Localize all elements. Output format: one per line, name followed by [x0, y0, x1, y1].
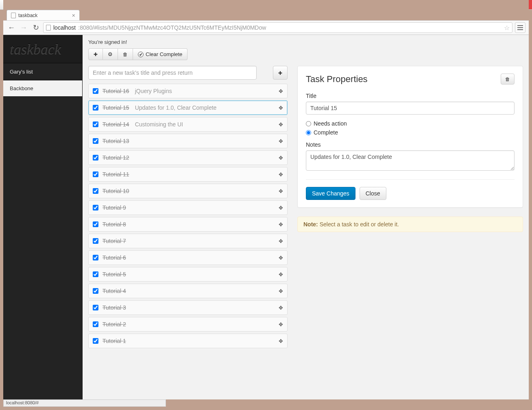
status-complete-radio[interactable] [306, 130, 311, 135]
task-row[interactable]: Tutorial 4 [88, 284, 288, 298]
move-icon[interactable] [279, 154, 283, 161]
status-needs-action-row[interactable]: Needs action [306, 120, 515, 127]
task-row[interactable]: Tutorial 16jQuery Plugins [88, 84, 288, 98]
task-title: Tutorial 15 [102, 104, 129, 111]
task-checkbox[interactable] [93, 105, 98, 111]
task-checkbox[interactable] [93, 288, 98, 294]
task-checkbox[interactable] [93, 255, 98, 260]
task-title: Tutorial 8 [102, 221, 126, 228]
delete-task-button[interactable] [501, 74, 515, 85]
move-icon[interactable] [279, 138, 283, 144]
title-input[interactable] [306, 102, 515, 115]
move-icon[interactable] [279, 204, 283, 211]
task-row[interactable]: Tutorial 5 [88, 267, 288, 282]
note-body: Select a task to edit or delete it. [318, 221, 399, 228]
task-row[interactable]: Tutorial 12 [88, 150, 288, 165]
note-prefix: Note: [303, 221, 318, 228]
app-logo: taskback [3, 35, 82, 63]
url-bar[interactable]: localhost:8080/#lists/MDU5NjgzNTMwMzc4OT… [43, 22, 512, 33]
task-checkbox[interactable] [93, 88, 98, 94]
delete-list-button[interactable] [118, 48, 133, 60]
move-icon[interactable] [279, 321, 283, 328]
move-icon[interactable] [279, 271, 283, 278]
chrome-menu-button[interactable] [515, 22, 525, 33]
task-row[interactable]: Tutorial 1 [88, 334, 288, 348]
notes-label: Notes [306, 141, 515, 148]
title-label: Title [306, 93, 515, 99]
divider [306, 179, 515, 180]
move-icon[interactable] [279, 188, 283, 194]
move-icon[interactable] [279, 121, 283, 128]
url-host: localhost [53, 24, 76, 31]
main-content: You're signed in! Clear Complete Tutoria… [83, 35, 529, 399]
move-icon[interactable] [279, 104, 283, 111]
move-icon[interactable] [279, 88, 283, 94]
move-icon[interactable] [279, 171, 283, 178]
sidebar-item[interactable]: Gary's list [3, 63, 82, 80]
task-checkbox[interactable] [93, 121, 98, 127]
task-row[interactable]: Tutorial 2 [88, 317, 288, 332]
task-row[interactable]: Tutorial 13 [88, 134, 288, 148]
page-icon [46, 25, 51, 30]
task-checkbox[interactable] [93, 238, 98, 244]
task-checkbox[interactable] [93, 221, 98, 227]
task-title: Tutorial 2 [102, 321, 126, 328]
browser-status-bar: localhost:8080/# [3, 399, 166, 407]
sidebar-item[interactable]: Backbone [3, 80, 82, 97]
task-checkbox[interactable] [93, 305, 98, 310]
move-icon[interactable] [279, 288, 283, 294]
status-needs-radio[interactable] [306, 121, 311, 126]
bookmark-star-icon[interactable]: ☆ [504, 24, 510, 32]
add-task-button[interactable] [273, 66, 288, 80]
task-title: Tutorial 5 [102, 271, 126, 278]
move-icon[interactable] [279, 254, 283, 261]
status-complete-label: Complete [314, 129, 338, 136]
task-checkbox[interactable] [93, 155, 98, 161]
add-list-button[interactable] [88, 48, 103, 60]
forward-button[interactable]: → [19, 23, 28, 33]
task-title: Tutorial 16 [102, 88, 129, 94]
save-button[interactable]: Save Changes [306, 187, 355, 200]
task-checkbox[interactable] [93, 171, 98, 177]
task-checkbox[interactable] [93, 321, 98, 327]
task-row[interactable]: Tutorial 14Customising the UI [88, 117, 288, 132]
task-row[interactable]: Tutorial 11 [88, 167, 288, 182]
task-list: Tutorial 16jQuery PluginsTutorial 15Upda… [88, 84, 288, 348]
task-title: Tutorial 10 [102, 188, 129, 194]
info-note: Note: Select a task to edit or delete it… [297, 217, 523, 232]
notes-textarea[interactable] [306, 150, 515, 171]
sidebar: taskback Gary's listBackbone [3, 35, 83, 399]
task-title: Tutorial 4 [102, 288, 126, 294]
task-checkbox[interactable] [93, 205, 98, 210]
task-row[interactable]: Tutorial 8 [88, 217, 288, 232]
task-row[interactable]: Tutorial 3 [88, 300, 288, 315]
move-icon[interactable] [279, 338, 283, 344]
settings-button[interactable] [103, 48, 118, 60]
reload-button[interactable]: ↻ [31, 23, 41, 33]
task-checkbox[interactable] [93, 138, 98, 144]
task-row[interactable]: Tutorial 15Updates for 1.0, Clear Comple… [88, 100, 288, 115]
status-complete-row[interactable]: Complete [306, 129, 515, 136]
new-task-input[interactable] [88, 66, 257, 80]
task-checkbox[interactable] [93, 271, 98, 277]
task-title: Tutorial 3 [102, 304, 126, 311]
trash-icon [505, 76, 510, 82]
move-icon[interactable] [279, 238, 283, 244]
task-row[interactable]: Tutorial 7 [88, 234, 288, 248]
task-row[interactable]: Tutorial 9 [88, 200, 288, 215]
browser-tab[interactable]: taskback × [7, 10, 80, 20]
task-title: Tutorial 14 [102, 121, 129, 128]
close-button[interactable]: Close [360, 187, 386, 200]
task-row[interactable]: Tutorial 6 [88, 250, 288, 265]
task-title: Tutorial 12 [102, 154, 129, 161]
task-checkbox[interactable] [93, 188, 98, 194]
clear-complete-button[interactable]: Clear Complete [133, 48, 188, 60]
task-title: Tutorial 9 [102, 204, 126, 211]
task-row[interactable]: Tutorial 10 [88, 184, 288, 198]
move-icon[interactable] [279, 221, 283, 228]
tab-close-button[interactable]: × [72, 12, 75, 19]
move-icon[interactable] [279, 304, 283, 311]
signed-in-text: You're signed in! [88, 39, 523, 45]
task-checkbox[interactable] [93, 338, 98, 344]
back-button[interactable]: ← [7, 23, 16, 33]
